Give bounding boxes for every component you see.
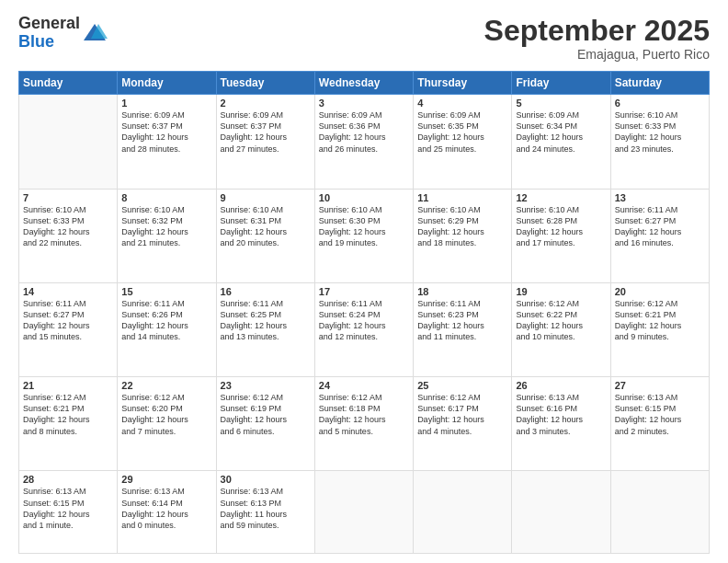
day-info: Sunrise: 6:13 AM Sunset: 6:15 PM Dayligh… <box>615 392 705 437</box>
day-info: Sunrise: 6:11 AM Sunset: 6:27 PM Dayligh… <box>23 298 113 343</box>
weekday-header: Friday <box>512 72 610 95</box>
day-number: 18 <box>417 286 507 297</box>
page: General Blue September 2025 Emajagua, Pu… <box>0 0 728 563</box>
day-info: Sunrise: 6:10 AM Sunset: 6:28 PM Dayligh… <box>516 204 606 249</box>
day-number: 30 <box>221 474 311 485</box>
day-number: 22 <box>121 380 211 391</box>
day-info: Sunrise: 6:12 AM Sunset: 6:21 PM Dayligh… <box>615 298 705 343</box>
day-info: Sunrise: 6:10 AM Sunset: 6:32 PM Dayligh… <box>121 204 211 249</box>
day-info: Sunrise: 6:11 AM Sunset: 6:27 PM Dayligh… <box>615 204 705 249</box>
calendar-cell: 18Sunrise: 6:11 AM Sunset: 6:23 PM Dayli… <box>414 282 512 376</box>
location: Emajagua, Puerto Rico <box>484 47 710 62</box>
day-info: Sunrise: 6:12 AM Sunset: 6:22 PM Dayligh… <box>516 298 606 343</box>
calendar-cell <box>19 95 118 189</box>
day-number: 2 <box>221 98 311 109</box>
day-number: 10 <box>319 192 409 203</box>
day-number: 15 <box>121 286 211 297</box>
logo-icon <box>82 20 108 46</box>
calendar-cell: 29Sunrise: 6:13 AM Sunset: 6:14 PM Dayli… <box>118 471 216 554</box>
day-info: Sunrise: 6:10 AM Sunset: 6:33 PM Dayligh… <box>615 109 705 155</box>
calendar-week-row: 7Sunrise: 6:10 AM Sunset: 6:33 PM Daylig… <box>19 189 710 282</box>
day-number: 27 <box>615 380 705 391</box>
weekday-header: Monday <box>118 72 216 95</box>
weekday-header: Sunday <box>19 72 118 95</box>
day-info: Sunrise: 6:13 AM Sunset: 6:16 PM Dayligh… <box>516 392 606 437</box>
calendar-cell: 20Sunrise: 6:12 AM Sunset: 6:21 PM Dayli… <box>610 282 709 376</box>
calendar-cell: 8Sunrise: 6:10 AM Sunset: 6:32 PM Daylig… <box>118 189 216 282</box>
weekday-header: Thursday <box>414 72 512 95</box>
calendar-cell <box>610 471 709 554</box>
calendar-cell: 22Sunrise: 6:12 AM Sunset: 6:20 PM Dayli… <box>118 377 216 471</box>
day-number: 20 <box>615 286 705 297</box>
day-info: Sunrise: 6:12 AM Sunset: 6:17 PM Dayligh… <box>417 392 507 437</box>
weekday-header-row: SundayMondayTuesdayWednesdayThursdayFrid… <box>19 72 710 95</box>
day-info: Sunrise: 6:09 AM Sunset: 6:36 PM Dayligh… <box>319 109 409 155</box>
day-info: Sunrise: 6:12 AM Sunset: 6:19 PM Dayligh… <box>221 392 311 437</box>
calendar-cell <box>314 471 413 554</box>
day-info: Sunrise: 6:12 AM Sunset: 6:21 PM Dayligh… <box>23 392 113 437</box>
day-number: 21 <box>23 380 113 391</box>
weekday-header: Tuesday <box>216 72 314 95</box>
day-info: Sunrise: 6:13 AM Sunset: 6:15 PM Dayligh… <box>23 486 113 531</box>
calendar-cell: 3Sunrise: 6:09 AM Sunset: 6:36 PM Daylig… <box>314 95 413 189</box>
day-number: 23 <box>221 380 311 391</box>
calendar-week-row: 28Sunrise: 6:13 AM Sunset: 6:15 PM Dayli… <box>19 471 710 554</box>
day-info: Sunrise: 6:12 AM Sunset: 6:18 PM Dayligh… <box>319 392 409 437</box>
day-number: 7 <box>23 192 113 203</box>
calendar-cell: 1Sunrise: 6:09 AM Sunset: 6:37 PM Daylig… <box>118 95 216 189</box>
calendar-cell: 2Sunrise: 6:09 AM Sunset: 6:37 PM Daylig… <box>216 95 314 189</box>
calendar-cell: 10Sunrise: 6:10 AM Sunset: 6:30 PM Dayli… <box>314 189 413 282</box>
calendar-cell: 12Sunrise: 6:10 AM Sunset: 6:28 PM Dayli… <box>512 189 610 282</box>
day-info: Sunrise: 6:13 AM Sunset: 6:13 PM Dayligh… <box>221 486 311 531</box>
day-number: 4 <box>417 98 507 109</box>
calendar-cell: 19Sunrise: 6:12 AM Sunset: 6:22 PM Dayli… <box>512 282 610 376</box>
calendar-cell <box>414 471 512 554</box>
logo-blue: Blue <box>18 33 80 52</box>
calendar-cell: 17Sunrise: 6:11 AM Sunset: 6:24 PM Dayli… <box>314 282 413 376</box>
calendar-cell: 4Sunrise: 6:09 AM Sunset: 6:35 PM Daylig… <box>414 95 512 189</box>
day-info: Sunrise: 6:11 AM Sunset: 6:23 PM Dayligh… <box>417 298 507 343</box>
day-number: 28 <box>23 474 113 485</box>
day-info: Sunrise: 6:10 AM Sunset: 6:33 PM Dayligh… <box>23 204 113 249</box>
calendar-cell: 28Sunrise: 6:13 AM Sunset: 6:15 PM Dayli… <box>19 471 118 554</box>
day-number: 16 <box>221 286 311 297</box>
weekday-header: Wednesday <box>314 72 413 95</box>
day-number: 19 <box>516 286 606 297</box>
calendar-cell: 6Sunrise: 6:10 AM Sunset: 6:33 PM Daylig… <box>610 95 709 189</box>
header: General Blue September 2025 Emajagua, Pu… <box>18 15 710 62</box>
calendar-cell: 27Sunrise: 6:13 AM Sunset: 6:15 PM Dayli… <box>610 377 709 471</box>
calendar-cell: 26Sunrise: 6:13 AM Sunset: 6:16 PM Dayli… <box>512 377 610 471</box>
calendar-week-row: 1Sunrise: 6:09 AM Sunset: 6:37 PM Daylig… <box>19 95 710 189</box>
calendar-cell: 30Sunrise: 6:13 AM Sunset: 6:13 PM Dayli… <box>216 471 314 554</box>
day-number: 8 <box>121 192 211 203</box>
calendar-cell: 7Sunrise: 6:10 AM Sunset: 6:33 PM Daylig… <box>19 189 118 282</box>
title-block: September 2025 Emajagua, Puerto Rico <box>484 15 710 62</box>
day-number: 17 <box>319 286 409 297</box>
calendar-cell: 11Sunrise: 6:10 AM Sunset: 6:29 PM Dayli… <box>414 189 512 282</box>
calendar-cell: 23Sunrise: 6:12 AM Sunset: 6:19 PM Dayli… <box>216 377 314 471</box>
logo-text: General Blue <box>18 15 80 52</box>
day-number: 6 <box>615 98 705 109</box>
calendar-cell: 14Sunrise: 6:11 AM Sunset: 6:27 PM Dayli… <box>19 282 118 376</box>
day-info: Sunrise: 6:11 AM Sunset: 6:26 PM Dayligh… <box>121 298 211 343</box>
day-info: Sunrise: 6:09 AM Sunset: 6:37 PM Dayligh… <box>121 109 211 155</box>
day-info: Sunrise: 6:13 AM Sunset: 6:14 PM Dayligh… <box>121 486 211 531</box>
weekday-header: Saturday <box>610 72 709 95</box>
calendar-cell <box>512 471 610 554</box>
day-number: 29 <box>121 474 211 485</box>
calendar-cell: 25Sunrise: 6:12 AM Sunset: 6:17 PM Dayli… <box>414 377 512 471</box>
day-number: 13 <box>615 192 705 203</box>
calendar-week-row: 14Sunrise: 6:11 AM Sunset: 6:27 PM Dayli… <box>19 282 710 376</box>
logo: General Blue <box>18 15 108 52</box>
month-title: September 2025 <box>484 15 710 47</box>
calendar-table: SundayMondayTuesdayWednesdayThursdayFrid… <box>18 71 710 554</box>
day-number: 24 <box>319 380 409 391</box>
calendar-cell: 24Sunrise: 6:12 AM Sunset: 6:18 PM Dayli… <box>314 377 413 471</box>
day-number: 14 <box>23 286 113 297</box>
day-info: Sunrise: 6:11 AM Sunset: 6:24 PM Dayligh… <box>319 298 409 343</box>
day-number: 9 <box>221 192 311 203</box>
day-info: Sunrise: 6:12 AM Sunset: 6:20 PM Dayligh… <box>121 392 211 437</box>
day-info: Sunrise: 6:09 AM Sunset: 6:35 PM Dayligh… <box>417 109 507 155</box>
day-number: 25 <box>417 380 507 391</box>
day-number: 3 <box>319 98 409 109</box>
